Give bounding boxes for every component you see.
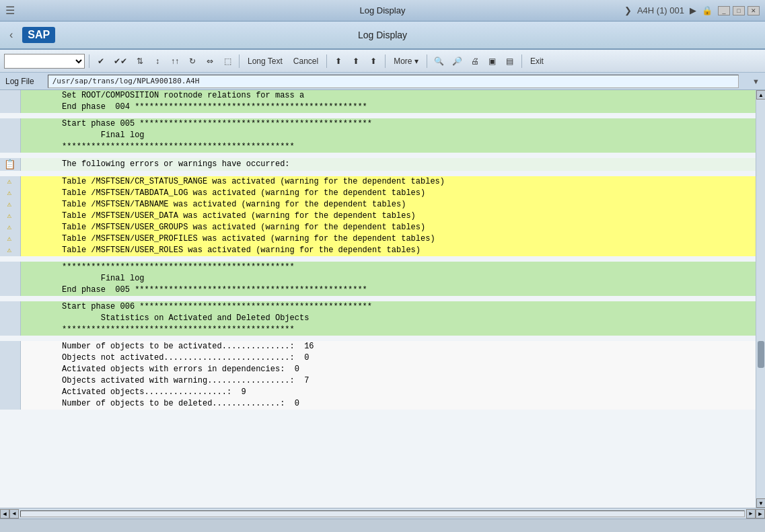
log-row-gutter: 📋 <box>0 158 20 171</box>
toolbar-dropdown[interactable] <box>4 54 85 69</box>
log-row: ⚠ Table /MSFTSEN/CR_STATUS_RANGE was act… <box>0 176 756 188</box>
scroll-prev-page-button[interactable]: ◄ <box>9 509 19 519</box>
check-all-button[interactable]: ✔✔ <box>111 54 130 69</box>
search2-button[interactable]: 🔎 <box>449 54 465 69</box>
warning-icon: ⚠ <box>7 189 11 197</box>
log-row-gutter <box>0 364 20 375</box>
page2-button[interactable]: ▤ <box>503 54 517 69</box>
log-row-content: Number of objects to be activated.......… <box>20 341 756 352</box>
minimize-button[interactable]: _ <box>718 6 730 15</box>
log-row-content: Start phase 005 ************************… <box>20 118 756 130</box>
log-row: ⚠ Table /MSFTSEN/TABNAME was activated (… <box>0 199 756 211</box>
toolbar-separator-1 <box>89 54 89 68</box>
toolbar: ✔ ✔✔ ⇅ ↕ ↑↑ ↻ ⇔ ⬚ Long Text Cancel ⬆ ⬆ ⬆… <box>0 50 765 73</box>
search-button[interactable]: 🔍 <box>431 54 447 69</box>
log-content[interactable]: Set ROOT/COMPOSITION rootnode relations … <box>0 90 756 508</box>
log-row-gutter: ⚠ <box>0 233 20 245</box>
scroll-up-button[interactable]: ▲ <box>756 90 765 100</box>
log-row-content: Final log <box>20 130 756 141</box>
collapse-icon[interactable]: ▼ <box>752 77 760 85</box>
window-controls[interactable]: _ □ ✕ <box>718 6 760 15</box>
close-button[interactable]: ✕ <box>748 6 760 15</box>
log-row-content: End phase 005 **************************… <box>20 284 756 296</box>
scroll-right-button[interactable]: ► <box>756 509 765 519</box>
log-row-gutter <box>0 352 20 364</box>
hamburger-icon[interactable]: ☰ <box>5 4 15 17</box>
log-row-content: Activated objects with errors in depende… <box>20 364 756 375</box>
warning-icon: ⚠ <box>7 235 11 243</box>
first-button[interactable]: ↑↑ <box>168 54 182 69</box>
log-row: Activated objects with errors in depende… <box>0 364 756 375</box>
system-icon: ▶ <box>690 5 696 15</box>
compare-button[interactable]: ⇔ <box>203 54 217 69</box>
log-row-gutter <box>0 398 20 410</box>
log-row-gutter <box>0 324 20 336</box>
sort-button[interactable]: ↕ <box>150 54 165 69</box>
log-row: ****************************************… <box>0 141 756 153</box>
log-row: Set ROOT/COMPOSITION rootnode relations … <box>0 90 756 102</box>
maximize-button[interactable]: □ <box>733 6 745 15</box>
log-row-gutter: ⚠ <box>0 245 20 256</box>
log-row-gutter <box>0 375 20 387</box>
log-row: End phase 004 **************************… <box>0 102 756 113</box>
log-row-gutter <box>0 90 20 102</box>
horizontal-scrollbar[interactable]: ◄ ◄ ► ► <box>0 508 765 519</box>
check-button[interactable]: ✔ <box>94 54 108 69</box>
warning-icon: ⚠ <box>7 178 11 186</box>
log-row-content: Final log <box>20 273 756 284</box>
sap-header: ‹ SAP Log Display <box>0 22 765 50</box>
log-row-content: Objects not activated...................… <box>20 352 756 364</box>
more-button[interactable]: More ▾ <box>390 54 423 69</box>
log-row-content: End phase 004 **************************… <box>20 102 756 113</box>
vertical-scrollbar[interactable]: ▲ ▼ <box>756 90 765 508</box>
log-row-content: Table /MSFTSEN/CR_STATUS_RANGE was activ… <box>20 176 756 188</box>
log-row-content: Table /MSFTSEN/USER_ROLES was activated … <box>20 245 756 256</box>
log-row-gutter <box>0 284 20 296</box>
log-row-gutter <box>0 102 20 113</box>
log-row: ⚠ Table /MSFTSEN/USER_PROFILES was activ… <box>0 233 756 245</box>
expand-collapse-button[interactable]: ⇅ <box>133 54 147 69</box>
page1-button[interactable]: ▣ <box>485 54 500 69</box>
log-row-gutter: ⚠ <box>0 211 20 222</box>
refresh-button[interactable]: ↻ <box>185 54 200 69</box>
log-row-content: Statistics on Activated and Deleted Obje… <box>20 313 756 324</box>
scroll-down-button[interactable]: ▼ <box>756 498 765 508</box>
sap-logo: SAP <box>22 27 55 43</box>
log-row-gutter <box>0 273 20 284</box>
upload2-button[interactable]: ⬆ <box>349 54 363 69</box>
log-row-gutter <box>0 262 20 273</box>
log-row: Start phase 005 ************************… <box>0 118 756 130</box>
scroll-left-button[interactable]: ◄ <box>0 509 9 519</box>
log-row-gutter <box>0 141 20 153</box>
log-row: Activated objects.................: 9 <box>0 387 756 398</box>
upload3-button[interactable]: ⬆ <box>366 54 381 69</box>
toolbar-separator-5 <box>427 54 427 68</box>
log-row-gutter <box>0 387 20 398</box>
upload1-button[interactable]: ⬆ <box>331 54 346 69</box>
back-button[interactable]: ‹ <box>7 28 15 42</box>
export-button[interactable]: ⬚ <box>220 54 235 69</box>
exit-button[interactable]: Exit <box>526 54 548 69</box>
log-file-path: /usr/sap/trans/log/NPLA900180.A4H <box>48 75 739 88</box>
log-file-bar: Log File /usr/sap/trans/log/NPLA900180.A… <box>0 73 765 90</box>
log-row-gutter: ⚠ <box>0 188 20 199</box>
log-row: ⚠ Table /MSFTSEN/USER_GROUPS was activat… <box>0 222 756 233</box>
title-bar-right: ❯ A4H (1) 001 ▶ 🔒 _ □ ✕ <box>624 5 760 15</box>
log-row: 📋 The following errors or warnings have … <box>0 158 756 171</box>
title-bar-left: ☰ <box>5 4 15 17</box>
log-row: Statistics on Activated and Deleted Obje… <box>0 313 756 324</box>
scrollbar-thumb[interactable] <box>758 341 764 368</box>
log-row: Final log <box>0 130 756 141</box>
log-row <box>0 336 756 341</box>
cancel-button[interactable]: Cancel <box>289 54 322 69</box>
log-table: Set ROOT/COMPOSITION rootnode relations … <box>0 90 756 410</box>
log-row: End phase 005 **************************… <box>0 284 756 296</box>
long-text-button[interactable]: Long Text <box>244 54 287 69</box>
h-scroll-track <box>20 510 745 517</box>
log-file-label: Log File <box>5 77 34 86</box>
scroll-next-page-button[interactable]: ► <box>746 509 756 519</box>
toolbar-separator-3 <box>326 54 327 68</box>
toolbar-separator-4 <box>385 54 386 68</box>
window-title: Log Display <box>360 5 406 15</box>
print-button[interactable]: 🖨 <box>468 54 482 69</box>
